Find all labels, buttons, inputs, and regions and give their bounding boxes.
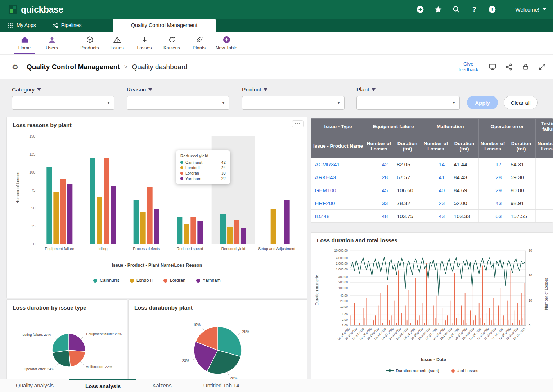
help-icon[interactable]: ?: [470, 5, 478, 14]
tab-kaizens[interactable]: Kaizens: [136, 379, 187, 392]
tab-quality-analysis[interactable]: Quality analysis: [0, 379, 69, 392]
svg-text:2,000.00: 2,000.00: [336, 262, 348, 265]
chart-legend: Duration numeric (sum) # of Losses: [311, 369, 553, 373]
losses-value[interactable]: 43: [479, 197, 507, 210]
losses-value[interactable]: 41: [422, 171, 450, 184]
losses-value[interactable]: 23: [422, 197, 450, 210]
toolbar-item-users[interactable]: Users: [38, 32, 66, 54]
legend-item[interactable]: Duration numeric (sum): [386, 369, 439, 373]
filter-label: Product: [242, 86, 261, 93]
svg-text:20: 20: [529, 274, 532, 277]
app-tab-label: Quality Control Management: [131, 22, 198, 28]
clear-all-button[interactable]: Clear all: [504, 96, 538, 109]
user-menu[interactable]: Welcome!: [516, 6, 547, 13]
losses-value[interactable]: 43: [422, 210, 450, 223]
losses-value[interactable]: 28: [365, 171, 393, 184]
product-select[interactable]: ▾: [242, 96, 345, 110]
present-icon[interactable]: [488, 63, 497, 71]
product-link[interactable]: IDZ48: [311, 210, 365, 223]
toolbar-item-plants[interactable]: Plants: [185, 32, 213, 54]
quickbase-logo[interactable]: quickbase: [8, 4, 63, 15]
apply-button[interactable]: Apply: [467, 96, 498, 109]
duration-value: [536, 184, 553, 197]
losses-value[interactable]: 33: [365, 197, 393, 210]
sub-header[interactable]: Duration (tot): [393, 134, 422, 158]
search-icon[interactable]: [452, 5, 460, 14]
sub-header[interactable]: Number of Losses: [536, 134, 553, 158]
chart-title: Loss durationby plant: [134, 305, 193, 311]
legend-item[interactable]: Cainhurst: [93, 278, 119, 283]
chart-tooltip: Reduced yield Cainhurst42 Londo II24 Lor…: [176, 150, 230, 184]
loss-duration-by-issue-type-card: Loss duration by issue type Equipment fa…: [6, 299, 127, 379]
losses-value[interactable]: 28: [479, 171, 507, 184]
legend-item[interactable]: Yarnham: [196, 278, 221, 283]
toolbar-item-losses[interactable]: Losses: [131, 32, 158, 54]
svg-text:Idling: Idling: [98, 247, 107, 251]
legend-item[interactable]: # of Losses: [451, 369, 478, 373]
toolbar-item-kaizens[interactable]: Kaizens: [158, 32, 185, 54]
chevron-down-icon: [542, 8, 547, 11]
filter-funnel-icon[interactable]: [372, 88, 376, 91]
more-options-button[interactable]: •••: [292, 120, 304, 127]
app-tab-quality-control[interactable]: Quality Control Management: [113, 19, 216, 32]
losses-value[interactable]: 45: [365, 184, 393, 197]
category-select[interactable]: ▾: [12, 96, 114, 110]
left-axis-title: Duration numeric: [315, 261, 319, 319]
share-icon[interactable]: [505, 63, 513, 71]
losses-value[interactable]: 42: [365, 158, 393, 171]
svg-text:20.00: 20.00: [340, 299, 348, 303]
losses-value[interactable]: 17: [479, 158, 507, 171]
give-feedback-link[interactable]: Give feedback: [457, 61, 480, 72]
pipelines-nav[interactable]: Pipelines: [44, 19, 90, 32]
expand-icon[interactable]: [538, 63, 547, 71]
losses-value[interactable]: 48: [365, 210, 393, 223]
tab-loss-analysis[interactable]: Loss analysis: [69, 379, 136, 392]
duration-value: 84.43: [450, 171, 479, 184]
toolbar-item-home[interactable]: Home: [11, 32, 38, 54]
losses-value[interactable]: 29: [479, 184, 507, 197]
losses-value[interactable]: 40: [422, 184, 450, 197]
right-axis-title: Number of Losses: [544, 265, 548, 323]
legend-item[interactable]: Lordran: [163, 278, 185, 283]
my-apps-nav[interactable]: My Apps: [0, 19, 44, 32]
sub-header[interactable]: Duration (tot): [507, 134, 536, 158]
add-circle-icon[interactable]: [416, 5, 424, 14]
tab-untitled-14[interactable]: Untitled Tab 14: [188, 379, 255, 392]
breadcrumb-app-link[interactable]: Quality Control Management: [27, 63, 120, 71]
chevron-down-icon: ▾: [107, 99, 110, 105]
star-icon[interactable]: [434, 5, 442, 14]
product-link[interactable]: HRF200: [311, 197, 365, 210]
losses-value[interactable]: 14: [422, 158, 450, 171]
sub-header[interactable]: Number of Losses: [422, 134, 450, 158]
sub-header[interactable]: Duration (tot): [450, 134, 479, 158]
toolbar-item-issues[interactable]: Issues: [103, 32, 131, 54]
column-group-header[interactable]: Equipment failure: [365, 119, 422, 134]
product-link[interactable]: GEM100: [311, 184, 365, 197]
duration-value: 106.60: [393, 184, 422, 197]
filter-funnel-icon[interactable]: [37, 88, 41, 91]
quickbase-app-window: quickbase ? ! Welcome!: [0, 0, 553, 392]
alert-icon[interactable]: !: [488, 5, 496, 14]
losses-value[interactable]: 63: [479, 210, 507, 223]
toolbar-item-new-table[interactable]: New Table: [213, 32, 240, 54]
toolbar-item-products[interactable]: Products: [76, 32, 103, 54]
filter-funnel-icon[interactable]: [264, 88, 267, 91]
filter-funnel-icon[interactable]: [148, 88, 152, 91]
svg-text:1.00: 1.00: [342, 324, 348, 327]
reason-select[interactable]: ▾: [127, 96, 229, 110]
product-link[interactable]: ACMR341: [311, 158, 365, 171]
legend-item[interactable]: Londo II: [130, 278, 153, 283]
settings-gear-icon[interactable]: ⚙: [8, 63, 22, 71]
lock-icon[interactable]: [521, 63, 530, 71]
sub-header[interactable]: Number of Losses: [479, 134, 507, 158]
duration-value: 84.69: [450, 184, 479, 197]
column-group-header[interactable]: Testing failure: [536, 119, 553, 134]
column-group-header[interactable]: Operator error: [479, 119, 536, 134]
svg-text:Reduced yield: Reduced yield: [221, 247, 246, 251]
sub-header[interactable]: Number of Losses: [365, 134, 393, 158]
column-group-header[interactable]: Malfunction: [422, 119, 479, 134]
product-link[interactable]: ARKH43: [311, 171, 365, 184]
toolbar-label: Kaizens: [163, 45, 180, 50]
plant-select[interactable]: ▾: [356, 96, 460, 110]
svg-text:25: 25: [31, 224, 36, 228]
